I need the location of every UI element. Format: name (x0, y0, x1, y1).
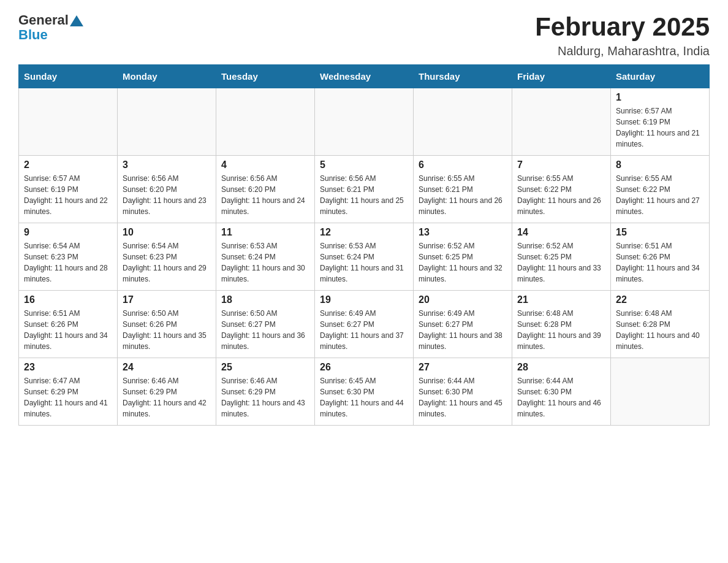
day-info: Sunrise: 6:53 AM Sunset: 6:24 PM Dayligh… (221, 240, 309, 285)
day-number: 8 (616, 159, 704, 170)
calendar-cell: 13Sunrise: 6:52 AM Sunset: 6:25 PM Dayli… (414, 223, 512, 291)
calendar-cell: 14Sunrise: 6:52 AM Sunset: 6:25 PM Dayli… (512, 223, 611, 291)
weekday-header-wednesday: Wednesday (315, 65, 414, 88)
calendar-cell: 19Sunrise: 6:49 AM Sunset: 6:27 PM Dayli… (315, 291, 414, 358)
day-number: 3 (123, 159, 211, 170)
day-number: 25 (221, 362, 309, 373)
calendar-cell: 23Sunrise: 6:47 AM Sunset: 6:29 PM Dayli… (19, 358, 118, 426)
day-number: 26 (320, 362, 408, 373)
month-title: February 2025 (535, 12, 710, 42)
day-info: Sunrise: 6:50 AM Sunset: 6:27 PM Dayligh… (221, 308, 309, 352)
day-number: 2 (24, 159, 112, 170)
day-info: Sunrise: 6:44 AM Sunset: 6:30 PM Dayligh… (419, 375, 507, 419)
day-info: Sunrise: 6:56 AM Sunset: 6:20 PM Dayligh… (221, 173, 309, 217)
calendar-week-row: 23Sunrise: 6:47 AM Sunset: 6:29 PM Dayli… (19, 358, 710, 426)
calendar-cell: 10Sunrise: 6:54 AM Sunset: 6:23 PM Dayli… (118, 223, 216, 291)
page-header: General Blue February 2025 Naldurg, Maha… (18, 12, 710, 58)
day-info: Sunrise: 6:50 AM Sunset: 6:26 PM Dayligh… (123, 308, 211, 352)
day-number: 14 (517, 227, 605, 238)
calendar-cell: 22Sunrise: 6:48 AM Sunset: 6:28 PM Dayli… (611, 291, 710, 358)
day-number: 18 (221, 294, 309, 305)
day-info: Sunrise: 6:51 AM Sunset: 6:26 PM Dayligh… (616, 240, 704, 285)
day-number: 17 (123, 294, 211, 305)
calendar-cell (414, 88, 512, 156)
day-info: Sunrise: 6:49 AM Sunset: 6:27 PM Dayligh… (419, 308, 507, 352)
calendar-cell: 24Sunrise: 6:46 AM Sunset: 6:29 PM Dayli… (118, 358, 216, 426)
calendar-cell: 12Sunrise: 6:53 AM Sunset: 6:24 PM Dayli… (315, 223, 414, 291)
day-info: Sunrise: 6:49 AM Sunset: 6:27 PM Dayligh… (320, 308, 408, 352)
calendar-cell: 11Sunrise: 6:53 AM Sunset: 6:24 PM Dayli… (216, 223, 315, 291)
calendar-cell: 21Sunrise: 6:48 AM Sunset: 6:28 PM Dayli… (512, 291, 611, 358)
day-info: Sunrise: 6:56 AM Sunset: 6:20 PM Dayligh… (123, 173, 211, 217)
day-info: Sunrise: 6:53 AM Sunset: 6:24 PM Dayligh… (320, 240, 408, 285)
day-number: 16 (24, 294, 112, 305)
day-info: Sunrise: 6:57 AM Sunset: 6:19 PM Dayligh… (24, 173, 112, 217)
calendar-cell: 16Sunrise: 6:51 AM Sunset: 6:26 PM Dayli… (19, 291, 118, 358)
weekday-header-saturday: Saturday (611, 65, 710, 88)
calendar-week-row: 2Sunrise: 6:57 AM Sunset: 6:19 PM Daylig… (19, 156, 710, 223)
weekday-header-thursday: Thursday (414, 65, 512, 88)
day-info: Sunrise: 6:57 AM Sunset: 6:19 PM Dayligh… (616, 105, 704, 150)
day-info: Sunrise: 6:51 AM Sunset: 6:26 PM Dayligh… (24, 308, 112, 352)
logo-general-text: General (18, 12, 69, 28)
weekday-header-row: SundayMondayTuesdayWednesdayThursdayFrid… (19, 65, 710, 88)
day-number: 6 (419, 159, 507, 170)
day-number: 7 (517, 159, 605, 170)
calendar-cell: 9Sunrise: 6:54 AM Sunset: 6:23 PM Daylig… (19, 223, 118, 291)
day-info: Sunrise: 6:45 AM Sunset: 6:30 PM Dayligh… (320, 375, 408, 419)
title-area: February 2025 Naldurg, Maharashtra, Indi… (535, 12, 710, 58)
day-info: Sunrise: 6:52 AM Sunset: 6:25 PM Dayligh… (419, 240, 507, 285)
day-info: Sunrise: 6:52 AM Sunset: 6:25 PM Dayligh… (517, 240, 605, 285)
day-number: 13 (419, 227, 507, 238)
weekday-header-sunday: Sunday (19, 65, 118, 88)
day-number: 4 (221, 159, 309, 170)
weekday-header-monday: Monday (118, 65, 216, 88)
calendar-cell: 4Sunrise: 6:56 AM Sunset: 6:20 PM Daylig… (216, 156, 315, 223)
calendar-cell (118, 88, 216, 156)
day-info: Sunrise: 6:48 AM Sunset: 6:28 PM Dayligh… (616, 308, 704, 352)
day-number: 1 (616, 92, 704, 103)
calendar-week-row: 1Sunrise: 6:57 AM Sunset: 6:19 PM Daylig… (19, 88, 710, 156)
day-number: 5 (320, 159, 408, 170)
calendar-cell (216, 88, 315, 156)
calendar-cell: 1Sunrise: 6:57 AM Sunset: 6:19 PM Daylig… (611, 88, 710, 156)
day-info: Sunrise: 6:55 AM Sunset: 6:22 PM Dayligh… (517, 173, 605, 217)
location-subtitle: Naldurg, Maharashtra, India (535, 44, 710, 58)
day-number: 20 (419, 294, 507, 305)
day-number: 9 (24, 227, 112, 238)
calendar-cell: 8Sunrise: 6:55 AM Sunset: 6:22 PM Daylig… (611, 156, 710, 223)
weekday-header-tuesday: Tuesday (216, 65, 315, 88)
day-info: Sunrise: 6:56 AM Sunset: 6:21 PM Dayligh… (320, 173, 408, 217)
day-info: Sunrise: 6:55 AM Sunset: 6:21 PM Dayligh… (419, 173, 507, 217)
day-number: 28 (517, 362, 605, 373)
calendar-cell (315, 88, 414, 156)
calendar-cell: 18Sunrise: 6:50 AM Sunset: 6:27 PM Dayli… (216, 291, 315, 358)
calendar-cell (512, 88, 611, 156)
day-number: 12 (320, 227, 408, 238)
calendar-week-row: 16Sunrise: 6:51 AM Sunset: 6:26 PM Dayli… (19, 291, 710, 358)
day-number: 19 (320, 294, 408, 305)
calendar-cell: 5Sunrise: 6:56 AM Sunset: 6:21 PM Daylig… (315, 156, 414, 223)
day-number: 21 (517, 294, 605, 305)
day-info: Sunrise: 6:54 AM Sunset: 6:23 PM Dayligh… (123, 240, 211, 285)
calendar-cell: 3Sunrise: 6:56 AM Sunset: 6:20 PM Daylig… (118, 156, 216, 223)
calendar-cell: 17Sunrise: 6:50 AM Sunset: 6:26 PM Dayli… (118, 291, 216, 358)
day-info: Sunrise: 6:46 AM Sunset: 6:29 PM Dayligh… (123, 375, 211, 419)
day-info: Sunrise: 6:44 AM Sunset: 6:30 PM Dayligh… (517, 375, 605, 419)
day-number: 11 (221, 227, 309, 238)
calendar-cell (611, 358, 710, 426)
calendar-cell: 27Sunrise: 6:44 AM Sunset: 6:30 PM Dayli… (414, 358, 512, 426)
calendar-cell (19, 88, 118, 156)
day-info: Sunrise: 6:47 AM Sunset: 6:29 PM Dayligh… (24, 375, 112, 419)
calendar-week-row: 9Sunrise: 6:54 AM Sunset: 6:23 PM Daylig… (19, 223, 710, 291)
day-info: Sunrise: 6:46 AM Sunset: 6:29 PM Dayligh… (221, 375, 309, 419)
day-number: 24 (123, 362, 211, 373)
day-number: 23 (24, 362, 112, 373)
logo-blue-text: Blue (18, 27, 48, 43)
calendar-cell: 2Sunrise: 6:57 AM Sunset: 6:19 PM Daylig… (19, 156, 118, 223)
calendar-cell: 25Sunrise: 6:46 AM Sunset: 6:29 PM Dayli… (216, 358, 315, 426)
calendar-cell: 15Sunrise: 6:51 AM Sunset: 6:26 PM Dayli… (611, 223, 710, 291)
logo: General Blue (18, 12, 83, 43)
day-number: 22 (616, 294, 704, 305)
calendar-cell: 6Sunrise: 6:55 AM Sunset: 6:21 PM Daylig… (414, 156, 512, 223)
